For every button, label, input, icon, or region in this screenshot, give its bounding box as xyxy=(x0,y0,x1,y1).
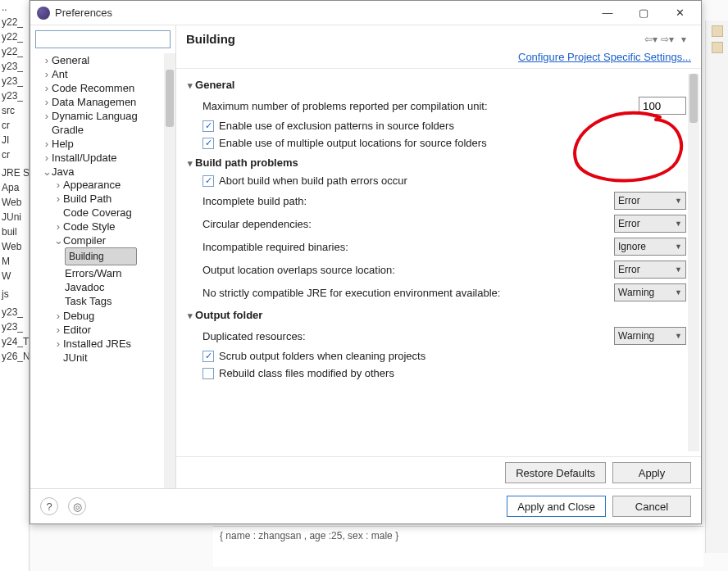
tree-item-java: ⌄Java ›Appearance ›Build Path Code Cover… xyxy=(42,165,175,365)
section-build-path[interactable]: Build path problems xyxy=(188,156,686,169)
nav-back-icon[interactable]: ⇦▾ xyxy=(644,33,658,46)
chevron-down-icon: ▼ xyxy=(675,242,682,251)
preferences-tree-panel: ›General ›Ant ›Code Recommen ›Data Manag… xyxy=(30,25,176,488)
bg-item: W xyxy=(0,269,29,283)
nav-fwd-icon[interactable]: ⇨▾ xyxy=(660,33,675,46)
tree-item-code-style: ›Code Style xyxy=(53,220,175,233)
bg-item: y23_ xyxy=(0,59,29,74)
jre-env-select[interactable]: Warning▼ xyxy=(614,283,686,301)
preferences-dialog: Preferences — ▢ ✕ ›General ›Ant ›Code Re… xyxy=(30,0,702,524)
max-problems-label: Maximum number of problems reported per … xyxy=(202,100,639,112)
bg-item: cr xyxy=(0,118,29,133)
bg-item: js xyxy=(0,287,29,301)
page-buttons: Restore Defaults Apply xyxy=(176,456,701,488)
chevron-down-icon: ▼ xyxy=(675,220,682,228)
tree-item-install-update: ›Install/Update xyxy=(42,151,175,165)
circular-dep-select[interactable]: Error▼ xyxy=(614,215,686,233)
help-icon[interactable]: ? xyxy=(40,497,58,515)
perspective-icon[interactable] xyxy=(712,25,723,37)
tree-item-gradle: Gradle xyxy=(42,123,175,137)
apply-and-close-button[interactable]: Apply and Close xyxy=(507,496,606,517)
abort-build-checkbox[interactable] xyxy=(202,175,214,187)
page-title: Building xyxy=(186,32,644,46)
tree-item-general: ›General xyxy=(42,53,175,67)
tree-item-data-management: ›Data Managemen xyxy=(42,95,175,109)
incomplete-bp-select[interactable]: Error▼ xyxy=(614,192,686,210)
chevron-down-icon: ▼ xyxy=(675,265,682,274)
ide-package-explorer: .. y22_ y22_ y22_ y23_ y23_ y23_ src cr … xyxy=(0,0,30,571)
perspective-icon[interactable] xyxy=(712,42,723,53)
tree-item-code-coverage: Code Coverag xyxy=(53,206,175,220)
page-content: General Maximum number of problems repor… xyxy=(176,69,701,456)
editor-text: { name : zhangsan , age :25, sex : male … xyxy=(220,530,398,542)
bg-item: y22_ xyxy=(0,15,29,29)
tree-item-task-tags: Task Tags xyxy=(65,294,175,308)
multiple-output-label: Enable use of multiple output locations … xyxy=(219,137,686,149)
incompat-binaries-label: Incompatible required binaries: xyxy=(202,241,614,253)
chevron-down-icon: ▼ xyxy=(675,332,682,340)
preferences-tree[interactable]: ›General ›Ant ›Code Recommen ›Data Manag… xyxy=(30,53,175,488)
chevron-down-icon: ▼ xyxy=(675,288,682,297)
multiple-output-checkbox[interactable] xyxy=(202,138,214,149)
bg-item: y23_ xyxy=(0,88,29,103)
tree-item-appearance: ›Appearance xyxy=(53,178,175,192)
dup-resources-select[interactable]: Warning▼ xyxy=(614,327,686,345)
maximize-button[interactable]: ▢ xyxy=(626,2,662,25)
editor-snippet: { name : zhangsan , age :25, sex : male … xyxy=(213,526,703,567)
bg-item: Web xyxy=(0,195,29,210)
incompat-binaries-select[interactable]: Ignore▼ xyxy=(614,238,686,256)
bg-item: JRE S xyxy=(0,165,29,180)
dialog-bottom-bar: ? ◎ Apply and Close Cancel xyxy=(30,488,701,523)
bg-item: M xyxy=(0,254,29,269)
section-output-folder[interactable]: Output folder xyxy=(188,309,686,321)
max-problems-input[interactable] xyxy=(639,97,686,115)
tree-item-code-recommenders: ›Code Recommen xyxy=(42,81,175,95)
tree-item-help: ›Help xyxy=(42,137,175,151)
cancel-button[interactable]: Cancel xyxy=(612,496,691,517)
eclipse-icon xyxy=(37,7,50,20)
section-general[interactable]: General xyxy=(188,79,686,91)
bg-item: y23_ xyxy=(0,74,29,88)
scrub-label: Scrub output folders when cleaning proje… xyxy=(219,350,686,362)
bg-item: y23_ xyxy=(0,305,29,319)
bg-item: y26_Net xyxy=(0,349,29,364)
page-nav: ⇦▾ ⇨▾ ▾ xyxy=(644,33,691,46)
apply-button[interactable]: Apply xyxy=(612,462,691,483)
output-overlap-select[interactable]: Error▼ xyxy=(614,261,686,279)
content-scrollbar[interactable] xyxy=(688,74,699,451)
tree-item-junit: JUnit xyxy=(53,351,175,365)
window-title: Preferences xyxy=(55,7,589,19)
tree-item-compiler: ⌄Compiler Building Errors/Warn Javadoc T… xyxy=(53,233,175,309)
restore-defaults-button[interactable]: Restore Defaults xyxy=(505,462,606,483)
bg-item: y22_ xyxy=(0,44,29,59)
bg-item: .. xyxy=(0,0,29,15)
tree-item-errors-warnings: Errors/Warn xyxy=(65,266,175,280)
bg-item: JI xyxy=(0,133,29,147)
tree-item-debug: ›Debug xyxy=(53,309,175,323)
tree-scrollbar[interactable] xyxy=(164,53,175,488)
close-button[interactable]: ✕ xyxy=(662,2,698,25)
chevron-down-icon: ▼ xyxy=(675,197,682,205)
dup-resources-label: Duplicated resources: xyxy=(202,330,614,342)
tree-item-javadoc: Javadoc xyxy=(65,280,175,294)
configure-project-link[interactable]: Configure Project Specific Settings... xyxy=(186,46,691,65)
tree-item-building: Building xyxy=(65,247,175,266)
preferences-main: Building ⇦▾ ⇨▾ ▾ Configure Project Speci… xyxy=(176,25,701,488)
bg-item: y22_ xyxy=(0,29,29,44)
abort-build-label: Abort build when build path errors occur xyxy=(219,174,686,187)
bg-item: JUni xyxy=(0,210,29,224)
output-overlap-label: Output location overlaps source location… xyxy=(202,264,614,276)
tree-item-editor: ›Editor xyxy=(53,323,175,337)
minimize-button[interactable]: — xyxy=(589,2,626,25)
jre-env-label: No strictly compatible JRE for execution… xyxy=(202,287,614,299)
nav-menu-icon[interactable]: ▾ xyxy=(676,33,691,46)
import-export-icon[interactable]: ◎ xyxy=(68,497,86,515)
filter-input[interactable] xyxy=(35,30,171,48)
exclusion-checkbox[interactable] xyxy=(202,120,214,132)
bg-item: Apa xyxy=(0,180,29,195)
rebuild-class-label: Rebuild class files modified by others xyxy=(219,367,686,379)
rebuild-class-checkbox[interactable] xyxy=(202,368,214,379)
scrub-checkbox[interactable] xyxy=(202,351,214,362)
tree-item-installed-jres: ›Installed JREs xyxy=(53,337,175,351)
bg-item: y24_Thread xyxy=(0,334,29,349)
